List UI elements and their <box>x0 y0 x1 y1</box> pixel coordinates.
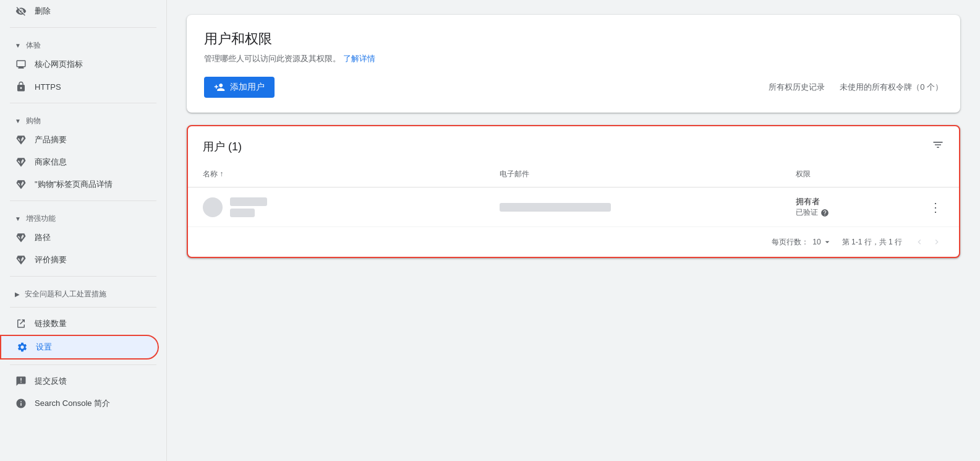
dropdown-icon <box>822 237 832 247</box>
rows-per-page-select[interactable]: 10 <box>812 237 832 247</box>
sidebar-item-delete[interactable]: 删除 <box>0 0 166 22</box>
person-add-icon <box>214 82 225 93</box>
permissions-card: 用户和权限 管理哪些人可以访问此资源及其权限。 了解详情 添加用户 所有权历史记… <box>187 15 960 113</box>
section-enhance: ▼ 增强功能 <box>0 206 166 226</box>
add-user-button[interactable]: 添加用户 <box>204 77 275 98</box>
col-permission-header: 权限 <box>796 169 944 179</box>
sidebar-item-product-detail[interactable]: "购物"标签页商品详情 <box>0 173 159 196</box>
filter-icon[interactable] <box>932 139 944 154</box>
sidebar-item-product-detail-label: "购物"标签页商品详情 <box>35 179 113 190</box>
diamond-icon-4 <box>15 231 27 244</box>
info-icon <box>15 397 27 410</box>
user-avatar-placeholder <box>203 197 267 217</box>
col-name-header[interactable]: 名称 ↑ <box>203 169 500 179</box>
sidebar-item-https-label: HTTPS <box>35 82 61 92</box>
sidebar-item-review-label: 评价摘要 <box>35 254 67 265</box>
permission-label: 拥有者 <box>796 196 829 207</box>
divider-3 <box>10 200 156 201</box>
main-content: 用户和权限 管理哪些人可以访问此资源及其权限。 了解详情 添加用户 所有权历史记… <box>167 0 980 461</box>
sidebar-item-settings[interactable]: 设置 <box>0 335 159 360</box>
card-actions: 添加用户 所有权历史记录 未使用的所有权令牌（0 个） <box>204 77 943 98</box>
pagination-info: 第 1-1 行，共 1 行 <box>842 237 902 248</box>
divider-1 <box>10 27 156 28</box>
name-placeholder-1 <box>230 197 267 206</box>
permission-sub: 已验证 <box>796 207 829 218</box>
sidebar-item-feedback-label: 提交反馈 <box>35 376 67 387</box>
gear-icon <box>16 341 28 353</box>
sidebar-item-path-label: 路径 <box>35 232 51 243</box>
links-icon <box>15 317 27 330</box>
monitor-icon <box>15 58 27 71</box>
users-card: 用户 (1) 名称 ↑ 电子邮件 权限 <box>187 125 960 258</box>
eye-off-icon <box>15 5 27 17</box>
name-placeholder-2 <box>230 209 255 217</box>
sidebar: 删除 ▼ 体验 核心网页指标 HTTPS ▼ 购物 <box>0 0 167 461</box>
sidebar-item-intro[interactable]: Search Console 简介 <box>0 392 159 415</box>
divider-6 <box>10 364 156 365</box>
sidebar-item-merchant[interactable]: 商家信息 <box>0 151 159 173</box>
table-header: 名称 ↑ 电子邮件 权限 <box>188 162 959 187</box>
tokens-link[interactable]: 未使用的所有权令牌（0 个） <box>840 82 943 93</box>
sidebar-item-cwv-label: 核心网页指标 <box>35 59 83 70</box>
sidebar-item-merchant-label: 商家信息 <box>35 157 67 168</box>
sidebar-item-feedback[interactable]: 提交反馈 <box>0 370 159 392</box>
rows-per-page-label: 每页行数： <box>772 237 809 248</box>
prev-page-button[interactable] <box>912 235 927 249</box>
email-placeholder <box>500 203 611 212</box>
sidebar-item-links-label: 链接数量 <box>35 318 67 329</box>
sidebar-item-cwv[interactable]: 核心网页指标 <box>0 53 159 75</box>
diamond-icon-3 <box>15 178 27 191</box>
section-shopping: ▼ 购物 <box>0 108 166 129</box>
avatar <box>203 197 223 217</box>
permissions-title: 用户和权限 <box>204 30 943 48</box>
sidebar-item-links[interactable]: 链接数量 <box>0 312 159 335</box>
users-card-title: 用户 (1) <box>203 139 242 154</box>
permission-cell: 拥有者 已验证 ⋮ <box>796 196 944 218</box>
users-card-header: 用户 (1) <box>188 126 959 162</box>
sidebar-item-product-label: 产品摘要 <box>35 134 67 145</box>
rows-per-page: 每页行数： 10 <box>772 237 832 248</box>
help-icon <box>820 209 829 217</box>
diamond-icon-1 <box>15 134 27 146</box>
permissions-subtitle: 管理哪些人可以访问此资源及其权限。 了解详情 <box>204 53 943 64</box>
lock-icon <box>15 80 27 93</box>
next-page-button[interactable] <box>929 235 944 249</box>
sidebar-item-product-summary[interactable]: 产品摘要 <box>0 129 159 151</box>
sidebar-item-intro-label: Search Console 简介 <box>35 398 110 409</box>
pagination-nav <box>912 235 944 249</box>
sidebar-item-review[interactable]: 评价摘要 <box>0 249 159 271</box>
history-link[interactable]: 所有权历史记录 <box>769 82 825 93</box>
more-options-button[interactable]: ⋮ <box>927 197 944 217</box>
user-info <box>203 197 500 217</box>
col-email-header: 电子邮件 <box>500 169 796 179</box>
table-footer: 每页行数： 10 第 1-1 行，共 1 行 <box>188 227 959 257</box>
feedback-icon <box>15 375 27 387</box>
sidebar-item-path[interactable]: 路径 <box>0 226 159 249</box>
learn-more-link[interactable]: 了解详情 <box>343 54 375 63</box>
sidebar-item-delete-label: 删除 <box>35 6 51 17</box>
divider-4 <box>10 276 156 277</box>
email-cell <box>500 203 796 212</box>
diamond-icon-5 <box>15 254 27 266</box>
sidebar-item-https[interactable]: HTTPS <box>0 75 159 98</box>
card-links: 所有权历史记录 未使用的所有权令牌（0 个） <box>769 82 943 93</box>
section-experience: ▼ 体验 <box>0 33 166 53</box>
divider-2 <box>10 103 156 103</box>
sidebar-item-settings-label: 设置 <box>36 342 52 353</box>
section-security[interactable]: ▶ 安全问题和人工处置措施 <box>0 282 166 302</box>
diamond-icon-2 <box>15 156 27 168</box>
divider-5 <box>10 307 156 308</box>
table-row: 拥有者 已验证 ⋮ <box>188 187 959 227</box>
